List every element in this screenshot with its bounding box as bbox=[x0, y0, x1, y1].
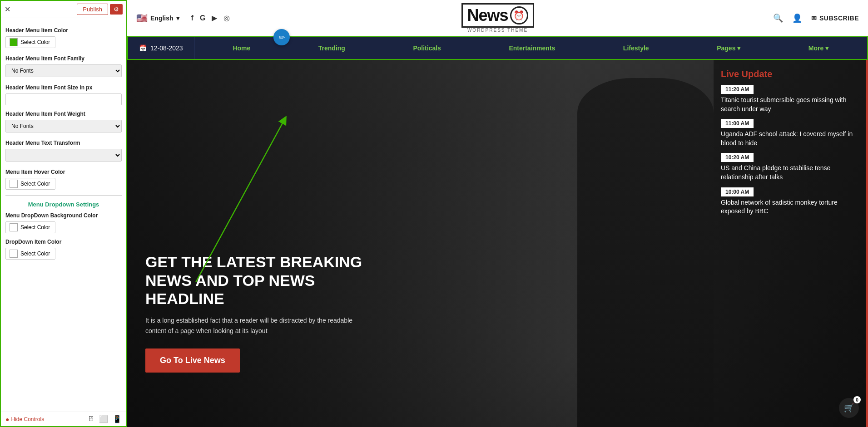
responsive-icons: 🖥 ⬜ 📱 bbox=[87, 415, 122, 423]
dropdown-item-color-btn[interactable]: Select Color bbox=[5, 248, 55, 260]
hover-color-text: Select Color bbox=[20, 181, 50, 187]
flag-emoji: 🇺🇸 bbox=[136, 13, 148, 24]
nav-bar: 📅 12-08-2023 Home Trending Politicals En… bbox=[127, 36, 868, 60]
text-transform-select[interactable] bbox=[5, 149, 122, 162]
live-update-title: Live Update bbox=[721, 69, 861, 79]
user-icon[interactable]: 👤 bbox=[792, 13, 802, 23]
tablet-icon[interactable]: ⬜ bbox=[99, 415, 108, 423]
hide-controls-button[interactable]: ● Hide Controls bbox=[5, 416, 44, 423]
live-item-3: 10:20 AM US and China pledge to stabilis… bbox=[721, 153, 861, 182]
dropdown-bg-color-swatch bbox=[10, 223, 18, 231]
live-item-4: 10:00 AM Global network of sadistic monk… bbox=[721, 187, 861, 216]
youtube-icon[interactable]: ▶ bbox=[212, 14, 217, 22]
font-family-label: Header Menu Item Font Family bbox=[5, 55, 122, 62]
hide-controls-label: Hide Controls bbox=[11, 416, 44, 422]
close-button[interactable]: ✕ bbox=[5, 5, 10, 14]
cart-button[interactable]: 🛒 0 bbox=[839, 398, 859, 418]
text-transform-label: Header Menu Text Transform bbox=[5, 140, 122, 146]
menu-dropdown-link[interactable]: Menu Dropdown Settings bbox=[5, 201, 122, 208]
live-text-3: US and China pledge to stabilise tense r… bbox=[721, 164, 861, 182]
subscribe-button[interactable]: ✉ SUBSCRIBE bbox=[811, 15, 859, 22]
hide-controls-icon: ● bbox=[5, 416, 9, 423]
live-sidebar-bar bbox=[866, 60, 868, 427]
font-family-select[interactable]: No Fonts bbox=[5, 64, 122, 77]
publish-button[interactable]: Publish bbox=[77, 4, 108, 15]
panel-scroll-area: Header Menu Item Color Select Color Head… bbox=[1, 18, 126, 412]
language-arrow: ▾ bbox=[176, 15, 179, 22]
nav-home[interactable]: Home bbox=[228, 37, 255, 59]
logo-box: News ⏰ bbox=[461, 3, 534, 28]
language-selector[interactable]: 🇺🇸 English ▾ bbox=[136, 13, 179, 24]
logo-container: News ⏰ bbox=[461, 3, 534, 28]
live-time-3: 10:20 AM bbox=[721, 153, 754, 162]
nav-lifestyle[interactable]: Lifestyle bbox=[619, 37, 654, 59]
cart-count: 0 bbox=[853, 396, 861, 403]
font-size-input[interactable] bbox=[5, 93, 122, 105]
live-text-4: Global network of sadistic monkey tortur… bbox=[721, 198, 861, 216]
calendar-icon: 📅 bbox=[139, 44, 147, 52]
desktop-icon[interactable]: 🖥 bbox=[87, 415, 94, 423]
header-left: 🇺🇸 English ▾ f G ▶ ◎ bbox=[136, 13, 230, 24]
font-weight-label: Header Menu Item Font Weight bbox=[5, 111, 122, 117]
mobile-icon[interactable]: 📱 bbox=[113, 415, 122, 423]
dropdown-item-color-label: DropDown Item Color bbox=[5, 239, 122, 245]
live-time-1: 11:20 AM bbox=[721, 85, 754, 94]
dropdown-item-color-swatch bbox=[10, 250, 18, 258]
header-menu-item-color-text: Select Color bbox=[20, 39, 50, 45]
logo-text: News bbox=[467, 7, 508, 24]
site-header: 🇺🇸 English ▾ f G ▶ ◎ News ⏰ WordPress Th… bbox=[127, 0, 868, 36]
site-logo: News ⏰ WordPress Theme bbox=[461, 3, 534, 33]
nav-links: Home Trending Politicals Entertainments … bbox=[194, 37, 867, 59]
dropdown-bg-color-text: Select Color bbox=[20, 224, 50, 231]
live-time-2: 11:00 AM bbox=[721, 119, 754, 128]
hero-title: GET THE LATEST BREAKING NEWS AND TOP NEW… bbox=[145, 253, 372, 308]
language-label: English bbox=[150, 15, 174, 22]
hover-color-swatch bbox=[10, 180, 18, 188]
logo-clock-icon: ⏰ bbox=[510, 6, 528, 25]
nav-politicals[interactable]: Politicals bbox=[408, 37, 445, 59]
header-right: 🔍 👤 ✉ SUBSCRIBE bbox=[773, 13, 859, 23]
go-to-live-news-button[interactable]: Go To Live News bbox=[145, 348, 240, 373]
dropdown-item-color-text: Select Color bbox=[20, 250, 50, 257]
nav-pages[interactable]: Pages ▾ bbox=[712, 37, 745, 59]
nav-more[interactable]: More ▾ bbox=[804, 37, 833, 59]
hero-person-silhouette bbox=[577, 78, 714, 427]
hero-section: GET THE LATEST BREAKING NEWS AND TOP NEW… bbox=[127, 60, 868, 427]
edit-nav-button[interactable]: ✏ bbox=[273, 29, 290, 45]
social-icons: f G ▶ ◎ bbox=[191, 14, 230, 22]
header-menu-item-color-label: Header Menu Item Color bbox=[5, 27, 122, 34]
site-preview: 🇺🇸 English ▾ f G ▶ ◎ News ⏰ WordPress Th… bbox=[127, 0, 868, 427]
hero-description: It is a long established fact that a rea… bbox=[145, 315, 372, 336]
nav-trending[interactable]: Trending bbox=[314, 37, 350, 59]
dropdown-bg-color-btn[interactable]: Select Color bbox=[5, 221, 55, 233]
customizer-panel: ✕ Publish ⚙ Header Menu Item Color Selec… bbox=[0, 0, 127, 427]
hero-content: GET THE LATEST BREAKING NEWS AND TOP NEW… bbox=[145, 253, 372, 373]
gear-button[interactable]: ⚙ bbox=[110, 4, 123, 15]
subscribe-label: SUBSCRIBE bbox=[819, 15, 859, 22]
panel-top-bar: ✕ Publish ⚙ bbox=[1, 1, 126, 18]
facebook-icon[interactable]: f bbox=[191, 14, 193, 22]
header-menu-item-color-btn[interactable]: Select Color bbox=[5, 36, 55, 48]
google-icon[interactable]: G bbox=[200, 14, 205, 22]
instagram-icon[interactable]: ◎ bbox=[223, 14, 230, 22]
live-item-2: 11:00 AM Uganda ADF school attack: I cov… bbox=[721, 119, 861, 147]
nav-date: 📅 12-08-2023 bbox=[128, 37, 194, 59]
font-size-label: Header Menu Item Font Size in px bbox=[5, 84, 122, 91]
live-item-1: 11:20 AM Titanic tourist submersible goe… bbox=[721, 85, 861, 113]
live-time-4: 10:00 AM bbox=[721, 187, 754, 196]
logo-subtitle: WordPress Theme bbox=[467, 28, 528, 33]
live-text-1: Titanic tourist submersible goes missing… bbox=[721, 96, 861, 113]
font-weight-select[interactable]: No Fonts bbox=[5, 120, 122, 133]
live-text-2: Uganda ADF school attack: I covered myse… bbox=[721, 130, 861, 147]
search-icon[interactable]: 🔍 bbox=[773, 13, 783, 23]
header-menu-item-color-swatch bbox=[10, 38, 18, 46]
date-text: 12-08-2023 bbox=[150, 44, 183, 52]
dropdown-bg-color-label: Menu DropDown Background Color bbox=[5, 212, 122, 219]
hover-color-label: Menu Item Hover Color bbox=[5, 169, 122, 175]
hover-color-btn[interactable]: Select Color bbox=[5, 178, 55, 190]
panel-bottom-bar: ● Hide Controls 🖥 ⬜ 📱 bbox=[1, 412, 126, 426]
live-update-sidebar: Live Update 11:20 AM Titanic tourist sub… bbox=[714, 60, 868, 427]
subscribe-mail-icon: ✉ bbox=[811, 15, 817, 22]
nav-entertainments[interactable]: Entertainments bbox=[504, 37, 560, 59]
